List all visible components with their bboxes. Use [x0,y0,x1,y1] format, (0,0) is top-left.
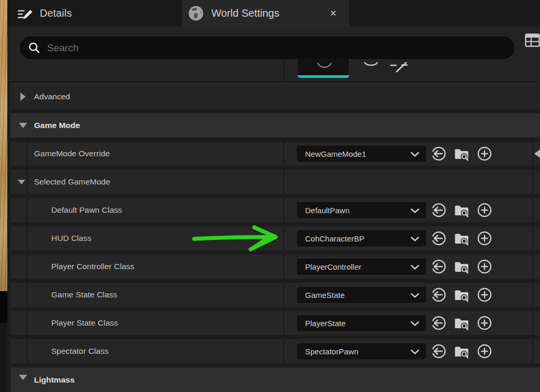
add-new-asset-icon[interactable] [477,315,492,331]
browse-to-asset-icon[interactable] [454,259,469,274]
row-gutter [10,311,28,335]
dropdown-value: GameState [305,291,345,299]
pick-actor-eyedropper-icon-partial[interactable] [389,61,408,73]
expander-arrow-down-icon[interactable] [19,375,27,380]
property-label: Player State Class [51,318,118,328]
add-new-asset-icon[interactable] [477,202,492,218]
dropdown-value: PlayerController [305,262,362,271]
chevron-down-icon [411,209,419,213]
gamemode-override-dropdown[interactable]: NewGameMode1 [296,145,427,163]
add-new-asset-icon[interactable] [477,230,492,246]
asset-thumbnail-combo-partial[interactable] [297,59,350,78]
expander-arrow-down-icon[interactable] [18,180,25,185]
background-panel-corner [0,322,7,392]
use-selected-asset-icon[interactable] [431,202,446,218]
viewport-background-sliver [0,0,7,291]
game-state-class-dropdown[interactable]: GameState [296,286,427,304]
section-lightmass[interactable]: Lightmass [10,367,540,392]
row-default-pawn-class: Default Pawn Class DefaultPawn [10,198,540,222]
use-selected-asset-icon[interactable] [431,315,446,331]
browse-to-asset-icon[interactable] [454,315,469,331]
player-state-class-dropdown[interactable]: PlayerState [296,314,427,332]
tab-details[interactable]: Details [8,0,181,27]
spectator-class-dropdown[interactable]: SpectatorPawn [296,342,427,360]
panel-main: Details World Settings ✕ [8,0,540,392]
row-gutter [10,142,28,166]
chevron-down-icon [411,293,419,298]
row-spectator-class: Spectator Class SpectatorPawn [10,339,540,363]
row-gutter [10,339,28,363]
empty-value-cell [284,170,532,194]
close-tab-icon[interactable]: ✕ [327,7,340,20]
section-game-mode[interactable]: Game Mode [10,113,540,137]
thumbnail-bottom-arc [317,63,332,69]
globe-icon [187,5,205,22]
player-controller-class-dropdown[interactable]: PlayerController [296,258,427,275]
row-right-stub [533,339,540,363]
section-game-mode-label: Game Mode [34,121,80,130]
row-right-stub [533,198,540,222]
use-selected-asset-icon[interactable] [431,146,446,162]
property-label: Player Controller Class [51,262,134,271]
dropdown-value: CohCharacterBP [305,234,364,243]
hud-class-dropdown[interactable]: CohCharacterBP [296,229,427,247]
column-separator [283,59,284,81]
chevron-down-icon [411,237,419,241]
browse-to-asset-icon[interactable] [454,230,469,246]
chevron-down-icon [411,265,419,270]
property-label: Spectator Class [51,347,108,356]
expander-arrow-right-icon[interactable] [20,93,26,101]
property-label: Game State Class [51,290,117,299]
property-label: HUD Class [51,234,92,243]
row-hud-class: HUD Class CohCharacterBP [10,226,540,250]
add-new-asset-icon[interactable] [477,287,492,303]
section-lightmass-label: Lightmass [34,375,75,385]
chevron-down-icon [411,321,419,326]
dropdown-value: PlayerState [305,319,346,328]
row-gutter [10,170,28,194]
row-game-state-class: Game State Class GameState [10,283,540,307]
detail-view-options-icon[interactable] [525,33,540,47]
add-new-asset-icon[interactable] [477,146,492,162]
use-selected-asset-icon[interactable] [431,230,446,246]
row-gutter [10,283,28,307]
row-right-stub [533,142,540,166]
row-right-stub [533,311,540,335]
default-pawn-class-dropdown[interactable]: DefaultPawn [296,201,427,219]
browse-to-asset-icon[interactable] [454,202,469,218]
dropdown-value: NewGameMode1 [305,149,366,158]
row-right-stub [533,283,540,307]
row-right-stub [533,170,540,194]
browse-to-asset-icon[interactable] [454,146,469,162]
chevron-down-icon [411,152,419,157]
viewport-background-dark [0,291,7,322]
row-gutter [10,255,28,279]
browse-to-asset-icon[interactable] [454,287,469,303]
edit-asset-icon-partial[interactable] [534,149,540,158]
tab-world-settings[interactable]: World Settings ✕ [182,0,349,27]
expander-arrow-down-icon[interactable] [19,123,27,128]
use-selected-asset-icon[interactable] [431,343,446,359]
use-selected-asset-icon[interactable] [431,259,446,274]
section-advanced[interactable]: Advanced [10,83,540,109]
search-panel [8,27,540,81]
property-label: GameMode Override [34,149,110,158]
search-bar[interactable] [20,37,514,59]
add-new-asset-icon[interactable] [477,259,492,274]
use-selected-asset-icon[interactable] [431,287,446,303]
chevron-down-icon-partial[interactable] [364,62,378,71]
tab-details-label: Details [40,7,72,19]
property-label: Selected GameMode [34,177,110,187]
search-input[interactable] [47,42,503,54]
tab-bar: Details World Settings ✕ [8,0,540,27]
details-pencil-icon [17,5,34,22]
row-player-state-class: Player State Class PlayerState [10,311,540,335]
row-gutter [10,226,28,250]
browse-to-asset-icon[interactable] [454,343,469,359]
row-gutter [10,198,28,222]
row-selected-gamemode[interactable]: Selected GameMode [10,170,540,194]
dropdown-value: SpectatorPawn [305,347,358,356]
row-right-stub [533,226,540,250]
add-new-asset-icon[interactable] [477,343,492,359]
dropdown-value: DefaultPawn [305,206,350,215]
